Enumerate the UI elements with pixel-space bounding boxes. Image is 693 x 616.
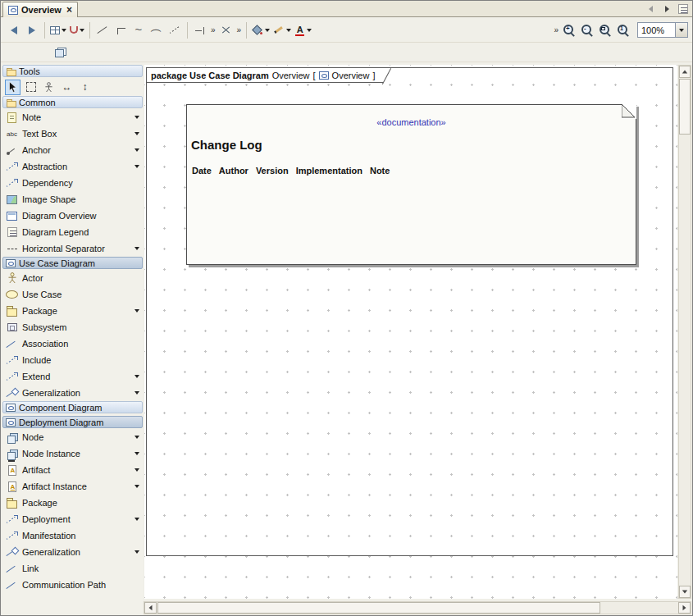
palette-item-deployment[interactable]: Deployment — [2, 511, 143, 527]
palette-item-horizontal-separator[interactable]: Horizontal Separator — [2, 240, 143, 257]
scroll-tabs-right-button[interactable] — [661, 3, 672, 15]
palette-item-label: Diagram Legend — [22, 227, 89, 237]
palette-item-note[interactable]: Note — [2, 109, 143, 125]
horizontal-spacing-button[interactable] — [59, 80, 75, 95]
diagram-canvas[interactable]: package Use Case Diagram Overview [ Over… — [144, 65, 677, 599]
palette-item-actor[interactable]: Actor — [2, 270, 143, 286]
dashed-path-button[interactable] — [166, 21, 184, 39]
zoom-in-button[interactable] — [560, 21, 578, 39]
include-icon — [5, 354, 19, 367]
scroll-tabs-left-button[interactable] — [645, 3, 656, 15]
scroll-down-button[interactable] — [679, 586, 691, 598]
attach-bar-button[interactable] — [191, 21, 209, 39]
tools-row — [2, 78, 143, 96]
palette-item-artifact-instance[interactable]: Artifact Instance — [2, 478, 143, 495]
chevron-down-icon[interactable] — [134, 247, 139, 250]
zoom-fit-button[interactable] — [596, 21, 614, 39]
chevron-down-icon[interactable] — [134, 518, 139, 521]
close-tab-icon[interactable]: × — [66, 6, 72, 14]
palette-item-abstraction[interactable]: Abstraction — [2, 158, 143, 175]
palette-item-manifestation[interactable]: Manifestation — [2, 527, 143, 544]
horizontal-scrollbar-thumb[interactable] — [157, 602, 600, 614]
palette-item-node-instance[interactable]: Node Instance — [2, 445, 143, 462]
palette-item-generalization[interactable]: Generalization — [2, 385, 143, 401]
font-color-icon — [294, 25, 305, 36]
chevron-down-icon[interactable] — [134, 116, 139, 119]
cut-button[interactable] — [217, 21, 235, 39]
palette-item-dependency[interactable]: Dependency — [2, 175, 143, 191]
line-color-button[interactable] — [271, 21, 293, 39]
chevron-down-icon[interactable] — [134, 148, 139, 152]
fill-color-button[interactable] — [250, 21, 271, 39]
toolbar-overflow-icon[interactable]: » — [211, 25, 216, 34]
palette-item-subsystem[interactable]: Subsystem — [2, 319, 143, 335]
palette-item-image-shape[interactable]: Image Shape — [2, 191, 143, 208]
tab-overview[interactable]: Overview × — [2, 2, 78, 17]
chevron-down-icon[interactable] — [134, 165, 139, 168]
free-form-select-button[interactable] — [23, 80, 39, 95]
palette-item-label: Text Box — [22, 129, 57, 139]
palette-section-tools[interactable]: Tools — [2, 65, 143, 77]
forward-button[interactable] — [23, 21, 41, 39]
chevron-down-icon[interactable] — [134, 436, 139, 439]
font-color-button[interactable] — [293, 21, 313, 39]
palette-section-use-case-diagram[interactable]: Use Case Diagram — [2, 257, 143, 269]
vertical-scrollbar[interactable] — [678, 65, 691, 599]
scroll-left-button[interactable] — [144, 602, 157, 614]
zoom-out-button[interactable] — [578, 21, 596, 39]
magnet-dropdown-button[interactable] — [68, 21, 86, 39]
palette-item-extend[interactable]: Extend — [2, 368, 143, 385]
pointer-tool-button[interactable] — [5, 80, 21, 95]
palette-item-package[interactable]: Package — [2, 303, 143, 319]
chevron-down-icon[interactable] — [134, 485, 139, 488]
toolbar-overflow-icon[interactable]: » — [237, 25, 242, 34]
palette-item-generalization[interactable]: Generalization — [2, 544, 143, 560]
palette-section-component-diagram[interactable]: Component Diagram — [2, 401, 143, 413]
chevron-down-icon[interactable] — [134, 132, 139, 135]
palette-item-diagram-legend[interactable]: Diagram Legend — [2, 224, 143, 240]
toolbar-overflow-icon[interactable]: » — [554, 25, 559, 34]
pan-tool-button[interactable] — [41, 80, 57, 95]
palette-item-association[interactable]: Association — [2, 335, 143, 352]
palette-item-link[interactable]: Link — [2, 560, 143, 577]
chevron-down-icon[interactable] — [134, 550, 139, 554]
palette-item-artifact[interactable]: Artifact — [2, 462, 143, 478]
back-button[interactable] — [5, 21, 23, 39]
palette-item-package[interactable]: Package — [2, 495, 143, 511]
zoom-dropdown-button[interactable] — [675, 23, 687, 37]
palette-item-node[interactable]: Node — [2, 429, 143, 445]
palette-item-include[interactable]: Include — [2, 352, 143, 368]
zoom-level-select[interactable]: 100% — [637, 22, 688, 38]
grid-dropdown-button[interactable] — [48, 21, 68, 39]
palette-section-common[interactable]: Common — [2, 96, 143, 108]
scroll-up-button[interactable] — [679, 66, 691, 78]
chevron-down-icon[interactable] — [134, 375, 139, 378]
palette-section-label: Tools — [19, 66, 40, 76]
palette-item-use-case[interactable]: Use Case — [2, 286, 143, 303]
vertical-scrollbar-thumb[interactable] — [679, 79, 691, 135]
node-icon — [7, 432, 18, 443]
palette-item-communication-path[interactable]: Communication Path — [2, 577, 143, 593]
documentation-note[interactable]: «documentation» Change Log Date Author V… — [186, 104, 636, 265]
bezier-path-button[interactable] — [130, 21, 148, 39]
palette-section-deployment-diagram[interactable]: Deployment Diagram — [2, 416, 143, 428]
oblique-path-button[interactable] — [93, 21, 112, 39]
chevron-down-icon[interactable] — [134, 452, 139, 455]
palette-item-anchor[interactable]: Anchor — [2, 142, 143, 158]
zoom-original-button[interactable] — [614, 21, 632, 39]
tab-navigation — [645, 3, 689, 15]
horizontal-scrollbar[interactable] — [144, 601, 691, 614]
chevron-down-icon[interactable] — [134, 468, 139, 472]
chevron-down-icon[interactable] — [134, 309, 139, 313]
cascade-windows-button[interactable] — [52, 43, 70, 62]
magnet-icon — [70, 26, 78, 34]
palette-item-text-box[interactable]: Text Box — [2, 125, 143, 142]
vertical-spacing-button[interactable] — [77, 80, 93, 95]
diagram-frame-header[interactable]: package Use Case Diagram Overview [ Over… — [147, 68, 392, 83]
curved-path-button[interactable] — [148, 21, 166, 39]
rectilinear-path-button[interactable] — [112, 21, 130, 39]
scroll-right-button[interactable] — [678, 602, 691, 614]
tab-list-button[interactable] — [677, 3, 689, 15]
palette-item-diagram-overview[interactable]: Diagram Overview — [2, 208, 143, 224]
chevron-down-icon[interactable] — [134, 391, 139, 395]
